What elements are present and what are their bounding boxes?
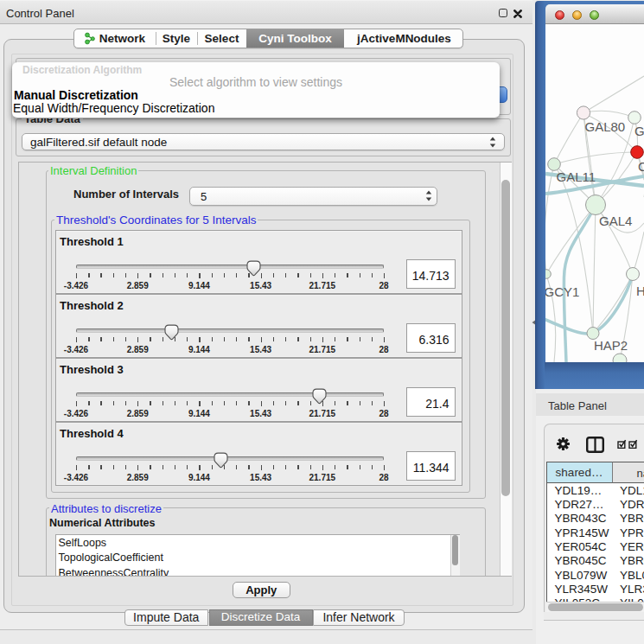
svg-text:GAL80: GAL80	[585, 119, 626, 134]
svg-text:GA: GA	[634, 124, 644, 138]
svg-text:C: C	[638, 159, 644, 174]
svg-text:GAL11: GAL11	[557, 169, 596, 184]
svg-text:H: H	[636, 284, 644, 298]
svg-text:GCY1: GCY1	[545, 284, 579, 299]
svg-text:GAL4: GAL4	[599, 214, 632, 228]
svg-text:HAP2: HAP2	[594, 338, 628, 353]
